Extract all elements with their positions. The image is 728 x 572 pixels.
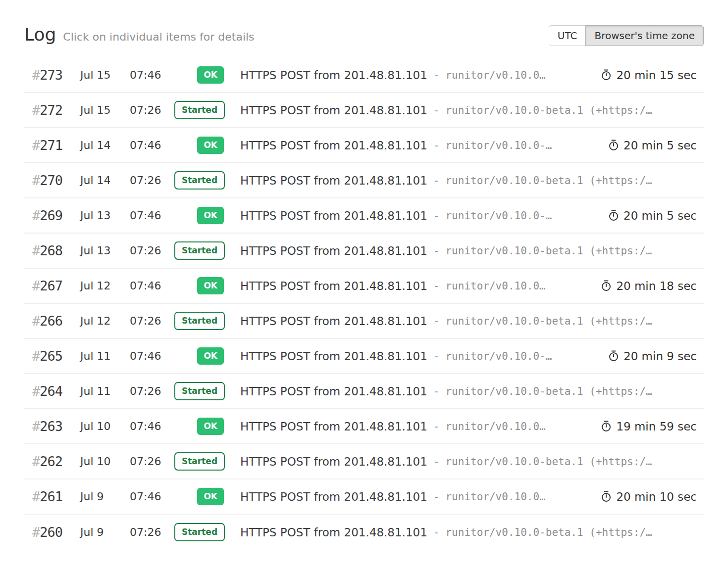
separator-dash: -: [433, 350, 440, 362]
event-number: #270: [32, 173, 80, 188]
log-row[interactable]: #264 Jul 11 07:26 Started HTTPS POST fro…: [24, 374, 704, 409]
status-badge-cell: Started: [174, 452, 224, 471]
event-date: Jul 9: [80, 490, 130, 503]
status-badge-cell: Started: [174, 382, 224, 400]
event-description: HTTPS POST from 201.48.81.101 - runitor/…: [240, 420, 697, 433]
event-message: HTTPS POST from 201.48.81.101: [240, 139, 427, 152]
separator-dash: -: [433, 456, 440, 468]
stopwatch-icon: [601, 491, 612, 502]
event-message: HTTPS POST from 201.48.81.101: [240, 526, 427, 539]
event-date: Jul 13: [80, 244, 130, 257]
event-date: Jul 11: [80, 350, 130, 362]
stopwatch-icon: [601, 421, 612, 432]
event-date: Jul 14: [80, 174, 130, 187]
event-date: Jul 10: [80, 420, 130, 432]
user-agent-text: runitor/v0.10.0-…: [445, 140, 552, 151]
event-message: HTTPS POST from 201.48.81.101: [240, 104, 427, 117]
separator-dash: -: [433, 210, 440, 222]
status-badge-cell: Started: [174, 101, 224, 119]
event-message: HTTPS POST from 201.48.81.101: [240, 69, 427, 82]
hash-prefix: #: [32, 454, 40, 469]
event-date: Jul 14: [80, 139, 130, 151]
log-row[interactable]: #260 Jul 9 07:26 Started HTTPS POST from…: [24, 515, 704, 550]
event-time: 07:46: [130, 69, 174, 81]
log-row[interactable]: #271 Jul 14 07:46 OK HTTPS POST from 201…: [24, 128, 704, 163]
user-agent-text: runitor/v0.10.0-beta.1 (+https:/…: [445, 315, 652, 327]
duration: 20 min 10 sec: [589, 490, 697, 503]
user-agent-text: runitor/v0.10.0…: [445, 69, 545, 81]
hash-prefix: #: [32, 489, 40, 504]
duration-text: 20 min 5 sec: [624, 209, 697, 222]
duration: 19 min 59 sec: [589, 420, 697, 433]
event-date: Jul 12: [80, 280, 130, 292]
status-badge: Started: [174, 452, 225, 471]
duration: 20 min 18 sec: [589, 280, 697, 292]
log-row[interactable]: #272 Jul 15 07:26 Started HTTPS POST fro…: [24, 93, 704, 128]
log-row[interactable]: #266 Jul 12 07:26 Started HTTPS POST fro…: [24, 304, 704, 339]
log-row[interactable]: #268 Jul 13 07:26 Started HTTPS POST fro…: [24, 234, 704, 269]
log-row[interactable]: #270 Jul 14 07:26 Started HTTPS POST fro…: [24, 163, 704, 198]
page-title: Log: [24, 26, 56, 44]
log-row[interactable]: #269 Jul 13 07:46 OK HTTPS POST from 201…: [24, 198, 704, 234]
log-row[interactable]: #262 Jul 10 07:26 Started HTTPS POST fro…: [24, 444, 704, 479]
event-number: #263: [32, 419, 80, 434]
event-time: 07:46: [130, 420, 174, 432]
event-description: HTTPS POST from 201.48.81.101 - runitor/…: [240, 139, 697, 152]
user-agent-text: runitor/v0.10.0-beta.1 (+https:/…: [445, 526, 652, 538]
log-row[interactable]: #265 Jul 11 07:46 OK HTTPS POST from 201…: [24, 339, 704, 374]
status-badge: Started: [174, 312, 225, 330]
event-number: #269: [32, 208, 80, 223]
event-time: 07:26: [130, 244, 174, 257]
event-message: HTTPS POST from 201.48.81.101: [240, 174, 427, 187]
event-date: Jul 12: [80, 315, 130, 327]
log-row[interactable]: #261 Jul 9 07:46 OK HTTPS POST from 201.…: [24, 479, 704, 515]
event-number: #261: [32, 489, 80, 504]
utc-button[interactable]: UTC: [549, 25, 586, 46]
browsers-timezone-button[interactable]: Browser's time zone: [585, 25, 704, 46]
event-description: HTTPS POST from 201.48.81.101 - runitor/…: [240, 385, 697, 398]
duration-text: 20 min 18 sec: [616, 280, 697, 292]
hash-prefix: #: [32, 173, 40, 188]
event-time: 07:26: [130, 104, 174, 116]
event-message: HTTPS POST from 201.48.81.101: [240, 385, 427, 398]
hash-prefix: #: [32, 383, 40, 399]
event-number: #266: [32, 313, 80, 329]
event-date: Jul 15: [80, 69, 130, 81]
status-badge-cell: OK: [174, 66, 224, 84]
page-header: Log Click on individual items for detail…: [24, 0, 704, 58]
separator-dash: -: [433, 69, 440, 81]
hash-prefix: #: [32, 67, 40, 83]
hash-prefix: #: [32, 348, 40, 364]
hash-prefix: #: [32, 243, 40, 258]
status-badge: Started: [174, 241, 225, 260]
event-description: HTTPS POST from 201.48.81.101 - runitor/…: [240, 174, 697, 187]
separator-dash: -: [433, 175, 440, 187]
status-badge: OK: [197, 488, 224, 505]
timezone-toggle-group: UTC Browser's time zone: [549, 25, 704, 46]
stopwatch-icon: [601, 69, 612, 81]
hash-prefix: #: [32, 524, 40, 540]
event-time: 07:26: [130, 315, 174, 327]
log-row[interactable]: #267 Jul 12 07:46 OK HTTPS POST from 201…: [24, 269, 704, 304]
event-message: HTTPS POST from 201.48.81.101: [240, 244, 427, 257]
stopwatch-icon: [608, 140, 619, 151]
log-row[interactable]: #263 Jul 10 07:46 OK HTTPS POST from 201…: [24, 409, 704, 444]
event-number: #260: [32, 524, 80, 540]
event-date: Jul 11: [80, 385, 130, 397]
status-badge: Started: [174, 382, 225, 400]
event-date: Jul 13: [80, 209, 130, 222]
duration-text: 20 min 9 sec: [624, 350, 697, 363]
user-agent-text: runitor/v0.10.0-…: [445, 210, 552, 222]
event-description: HTTPS POST from 201.48.81.101 - runitor/…: [240, 280, 697, 292]
hash-prefix: #: [32, 278, 40, 293]
status-badge-cell: Started: [174, 171, 224, 190]
event-description: HTTPS POST from 201.48.81.101 - runitor/…: [240, 104, 697, 117]
page-subtitle: Click on individual items for details: [63, 32, 254, 43]
hash-prefix: #: [32, 313, 40, 329]
log-row[interactable]: #273 Jul 15 07:46 OK HTTPS POST from 201…: [24, 58, 704, 93]
separator-dash: -: [433, 491, 440, 503]
status-badge-cell: OK: [174, 207, 224, 224]
separator-dash: -: [433, 421, 440, 432]
hash-prefix: #: [32, 102, 40, 118]
event-time: 07:46: [130, 280, 174, 292]
